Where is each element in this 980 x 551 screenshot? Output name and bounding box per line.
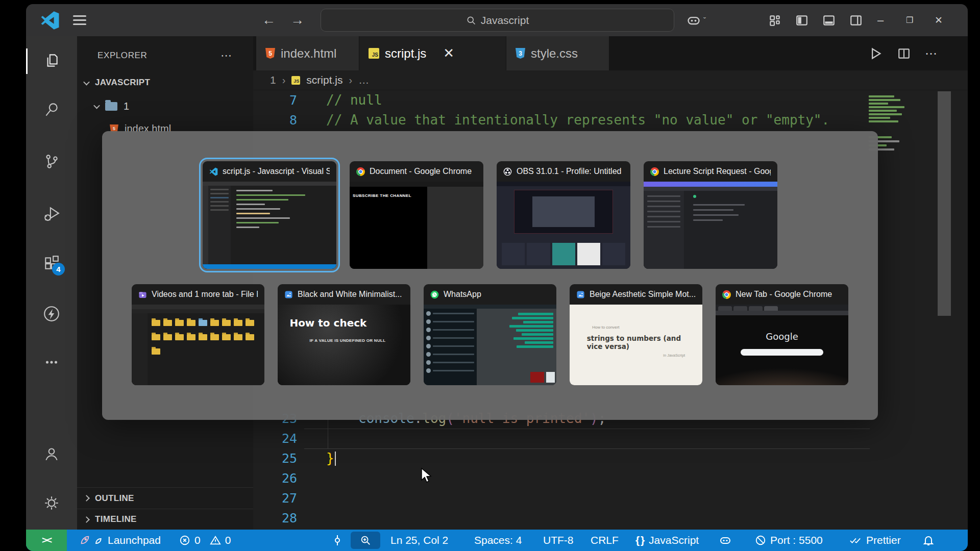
css-file-icon: 3 (516, 48, 525, 59)
task-switcher-window[interactable]: Lecture Script Request - Goog... (644, 161, 777, 269)
window-thumbnail-title: script.js - Javascript - Visual St... (203, 161, 336, 182)
customize-layout-icon[interactable] (768, 4, 781, 36)
folder-icon (105, 102, 117, 111)
settings-gear-icon[interactable] (43, 494, 60, 512)
window-preview: How to checkIF A VALUE IS UNDEFINED OR N… (278, 305, 410, 385)
code-text: // null (326, 90, 382, 110)
forward-arrow-icon[interactable]: → (290, 4, 304, 36)
line-number: 8 (253, 110, 297, 130)
search-view-icon[interactable] (43, 101, 60, 118)
obs-icon (503, 167, 512, 176)
code-line[interactable]: 28 (253, 508, 968, 528)
code-line[interactable]: 8// A value that intentionally represent… (253, 110, 968, 130)
text-caret (335, 452, 336, 466)
line-number: 24 (253, 429, 297, 448)
indentation-setting[interactable]: Spaces: 4 (474, 530, 522, 551)
copilot-status-icon[interactable] (719, 530, 731, 551)
task-switcher-window[interactable]: Beige Aesthetic Simple Mot...How to conv… (570, 284, 702, 385)
task-switcher-window[interactable]: WhatsApp (424, 284, 556, 385)
menu-icon[interactable] (73, 4, 86, 36)
source-control-icon[interactable] (43, 153, 60, 170)
line-number: 25 (253, 448, 297, 468)
code-line[interactable]: 26 (253, 468, 968, 488)
task-switcher-window[interactable]: Black and White Minimalist...How to chec… (278, 284, 410, 385)
window-title: Beige Aesthetic Simple Mot... (590, 290, 696, 299)
chrome-icon (356, 167, 365, 176)
breadcrumb-symbol[interactable]: … (358, 74, 369, 86)
breadcrumb-file[interactable]: script.js (306, 74, 342, 86)
run-file-icon[interactable] (868, 36, 883, 70)
task-switcher-window[interactable]: Document - Google ChromeSUBSCRIBE THE CH… (350, 161, 483, 269)
zoom-indicator[interactable] (351, 532, 380, 549)
port-icon (755, 535, 766, 546)
vscode-logo-icon[interactable] (40, 4, 60, 36)
error-count: 0 (194, 534, 201, 546)
notifications-bell-icon[interactable] (922, 530, 935, 551)
errors-icon (179, 535, 190, 546)
minimize-icon[interactable]: – (877, 4, 884, 36)
search-icon (466, 15, 476, 26)
task-switcher-window[interactable]: script.js - Javascript - Visual St... (203, 161, 336, 269)
breadcrumb-root[interactable]: 1 (270, 74, 276, 86)
remote-indicator[interactable]: >< (26, 530, 67, 551)
eol-setting[interactable]: CRLF (591, 530, 619, 551)
toggle-primary-sidebar-icon[interactable] (795, 4, 808, 36)
timeline-label: TIMELINE (95, 514, 137, 524)
task-switcher-window[interactable]: Videos and 1 more tab - File E... (132, 284, 264, 385)
code-line[interactable]: 24 (253, 429, 968, 448)
run-debug-icon[interactable] (43, 205, 60, 222)
chrome-icon (722, 290, 731, 299)
tab-label: script.js (385, 46, 426, 61)
copilot-icon[interactable]: ˇ (687, 4, 706, 36)
lightning-icon[interactable] (43, 305, 60, 322)
tree-item-folder[interactable]: 1 (77, 98, 253, 114)
commit-indicator-icon[interactable] (331, 530, 344, 551)
cursor-position[interactable]: Ln 25, Col 2 (390, 530, 448, 551)
explorer-more-actions-icon[interactable]: ⋯ (220, 49, 233, 62)
outline-section[interactable]: OUTLINE (77, 487, 253, 509)
back-arrow-icon[interactable]: ← (262, 4, 276, 36)
restore-icon[interactable]: ❐ (906, 4, 913, 36)
editor-scrollbar[interactable] (938, 91, 951, 316)
launchpad-button[interactable]: Launchpad (79, 530, 161, 551)
tab-index-html[interactable]: 5 index.html (256, 36, 359, 70)
toggle-secondary-sidebar-icon[interactable] (849, 4, 863, 36)
task-switcher-row-1: script.js - Javascript - Visual St...Doc… (102, 161, 878, 269)
close-icon[interactable]: ✕ (935, 4, 943, 36)
warning-count: 0 (225, 534, 231, 546)
tab-style-css[interactable]: 3 style.css (506, 36, 609, 70)
double-check-icon (849, 535, 862, 546)
code-line[interactable]: 7// null (253, 90, 968, 110)
live-server-port[interactable]: Port : 5500 (755, 530, 823, 551)
extensions-icon[interactable]: 4 (43, 254, 60, 271)
language-mode[interactable]: { }JavaScript (635, 530, 699, 551)
activity-bar: 4 (26, 36, 77, 530)
chrome-icon (650, 167, 659, 176)
timeline-section[interactable]: TIMELINE (77, 509, 253, 530)
window-title: Lecture Script Request - Goog... (664, 167, 771, 176)
account-icon[interactable] (43, 445, 60, 462)
line-number: 28 (253, 508, 297, 528)
command-center-search[interactable]: Javascript (321, 9, 674, 32)
editor-more-actions-icon[interactable]: ⋯ (925, 36, 938, 70)
problems-indicator[interactable]: 0 0 (179, 530, 231, 551)
task-switcher-window[interactable]: OBS 31.0.1 - Profile: Untitled -... (497, 161, 630, 269)
tab-script-js[interactable]: JS script.js ✕ (359, 36, 506, 70)
photos-icon (284, 290, 293, 299)
close-tab-icon[interactable]: ✕ (443, 45, 454, 61)
split-editor-icon[interactable] (897, 36, 911, 70)
js-file-icon: JS (291, 76, 300, 85)
formatter-status[interactable]: Prettier (849, 530, 901, 551)
toggle-panel-icon[interactable] (822, 4, 836, 36)
workspace-section[interactable]: JAVASCRIPT (77, 75, 253, 90)
task-switcher-window[interactable]: New Tab - Google ChromeGoogle (716, 284, 848, 385)
window-thumbnail-title: OBS 31.0.1 - Profile: Untitled -... (497, 161, 630, 182)
breadcrumb[interactable]: 1 › JS script.js › … (253, 70, 968, 90)
more-views-icon[interactable] (43, 354, 60, 371)
code-line[interactable]: 27 (253, 488, 968, 508)
chevron-separator: › (349, 74, 353, 86)
chevron-separator: › (282, 74, 286, 86)
explorer-icon[interactable] (43, 52, 60, 69)
code-line[interactable]: 25} (253, 448, 968, 468)
encoding-setting[interactable]: UTF-8 (543, 530, 574, 551)
